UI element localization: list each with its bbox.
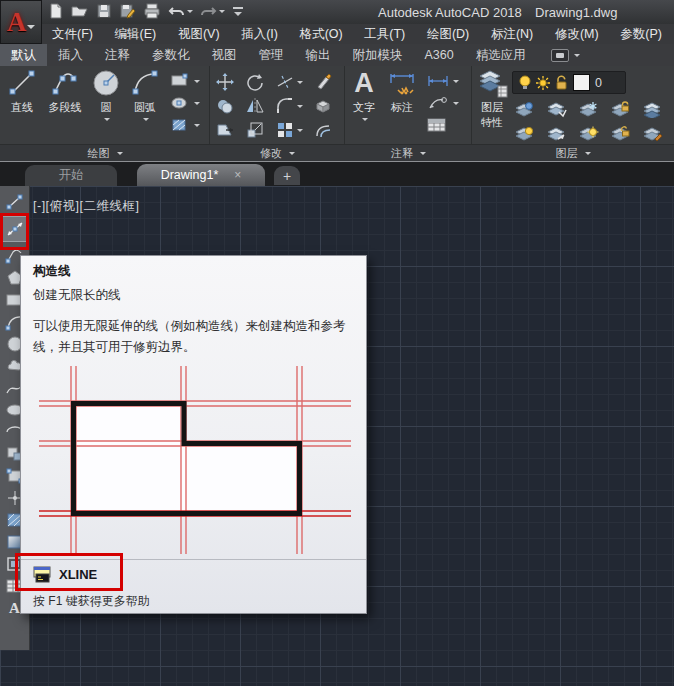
customize-qat-icon[interactable] xyxy=(232,4,244,18)
chevron-down-icon[interactable] xyxy=(297,105,303,111)
dimension-button[interactable]: 标注 xyxy=(383,68,421,115)
viewport-controls-label[interactable]: [-][俯视][二维线框] xyxy=(33,198,140,215)
layer-freeze-icon[interactable] xyxy=(578,100,600,118)
menu-file[interactable]: 文件(F) xyxy=(48,25,97,44)
application-menu-button[interactable]: A xyxy=(0,0,42,44)
ribbon-tab-parametric[interactable]: 参数化 xyxy=(141,44,201,66)
ribbon-tab-addins[interactable]: 附加模块 xyxy=(342,44,414,66)
rectangle-button[interactable] xyxy=(170,72,200,90)
chevron-down-icon[interactable] xyxy=(104,118,110,124)
array-button[interactable] xyxy=(276,118,314,142)
erase-button[interactable] xyxy=(314,70,340,94)
save-as-icon[interactable] xyxy=(119,3,136,19)
ribbon-tab-insert[interactable]: 插入 xyxy=(47,44,94,66)
menu-dimension[interactable]: 标注(N) xyxy=(487,25,537,44)
explode-button[interactable] xyxy=(314,94,340,118)
plot-printer-icon[interactable] xyxy=(143,3,161,19)
layer-lock-icon[interactable] xyxy=(610,100,632,118)
tooltip-subtitle: 创建无限长的线 xyxy=(33,287,121,304)
layer-unlock-icon[interactable] xyxy=(610,124,632,142)
close-tab-icon[interactable]: × xyxy=(234,168,241,182)
ribbon-tab-home[interactable]: 默认 xyxy=(0,44,47,66)
menu-insert[interactable]: 插入(I) xyxy=(237,25,282,44)
menu-modify[interactable]: 修改(M) xyxy=(551,25,603,44)
chevron-down-icon xyxy=(194,124,200,130)
tooltip-title: 构造线 xyxy=(33,263,71,280)
chevron-down-icon[interactable] xyxy=(297,129,303,135)
menu-format[interactable]: 格式(O) xyxy=(296,25,347,44)
new-drawing-tab-button[interactable]: + xyxy=(274,166,300,185)
layer-isolate-icon[interactable] xyxy=(546,100,568,118)
ellipse-button[interactable] xyxy=(170,94,200,112)
redo-icon[interactable] xyxy=(200,4,225,19)
polyline-button[interactable]: 多段线 xyxy=(42,68,88,115)
panel-title-draw[interactable]: 绘图 xyxy=(0,144,210,161)
linear-dimension-button[interactable] xyxy=(427,72,459,90)
copy-button[interactable] xyxy=(216,94,246,118)
toolbar-line-button[interactable] xyxy=(0,191,30,213)
save-icon[interactable] xyxy=(96,3,112,19)
text-button[interactable]: A 文字 xyxy=(347,68,381,124)
trim-button[interactable] xyxy=(276,70,314,94)
circle-button[interactable]: 圆 xyxy=(88,68,124,124)
move-button[interactable] xyxy=(216,70,246,94)
scale-button[interactable] xyxy=(246,118,276,142)
layer-properties-button[interactable]: 图层 特性 xyxy=(474,68,510,130)
chevron-down-icon[interactable] xyxy=(297,81,303,87)
open-folder-icon[interactable] xyxy=(71,3,89,19)
layer-tools-row-2 xyxy=(514,124,664,142)
chevron-down-icon[interactable] xyxy=(143,118,149,124)
layer-selector[interactable]: 0 xyxy=(512,71,626,94)
chevron-down-icon xyxy=(117,152,123,158)
chevron-down-icon[interactable] xyxy=(219,10,225,16)
undo-icon[interactable] xyxy=(168,4,193,19)
layer-thaw-icon[interactable] xyxy=(578,124,600,142)
layer-off-icon[interactable] xyxy=(514,100,536,118)
menu-edit[interactable]: 编辑(E) xyxy=(111,25,161,44)
ribbon-tab-manage[interactable]: 管理 xyxy=(248,44,295,66)
layer-unisolate-icon[interactable] xyxy=(546,124,568,142)
menu-view[interactable]: 视图(V) xyxy=(174,25,224,44)
new-file-icon[interactable] xyxy=(48,3,64,19)
menu-parametric[interactable]: 参数(P) xyxy=(616,25,666,44)
fillet-icon xyxy=(276,97,294,115)
layer-make-current-icon[interactable] xyxy=(642,100,664,118)
menu-draw[interactable]: 绘图(D) xyxy=(423,25,473,44)
layer-match-icon[interactable] xyxy=(642,124,664,142)
ribbon-tab-output[interactable]: 输出 xyxy=(295,44,342,66)
menu-tools[interactable]: 工具(T) xyxy=(360,25,409,44)
linear-dimension-icon xyxy=(427,74,449,88)
mirror-icon xyxy=(246,97,264,115)
file-tab-start[interactable]: 开始 xyxy=(25,165,117,186)
mirror-button[interactable] xyxy=(246,94,276,118)
line-icon xyxy=(7,68,37,98)
ribbon-tab-featured-apps[interactable]: 精选应用 xyxy=(465,44,537,66)
sun-icon xyxy=(536,76,550,90)
hatch-button[interactable] xyxy=(170,116,200,134)
layer-on-icon[interactable] xyxy=(514,124,536,142)
ribbon-tab-a360[interactable]: A360 xyxy=(414,44,465,66)
rotate-button[interactable] xyxy=(246,70,276,94)
ribbon-tab-annotate[interactable]: 注释 xyxy=(94,44,141,66)
stretch-button[interactable] xyxy=(216,118,246,142)
panel-title-modify[interactable]: 修改 xyxy=(210,144,345,161)
table-button[interactable] xyxy=(427,116,459,134)
panel-title-annotate[interactable]: 注释 xyxy=(345,144,472,161)
file-tab-drawing1[interactable]: Drawing1* × xyxy=(137,164,265,186)
ribbon-display-toggle[interactable] xyxy=(545,44,586,66)
tooltip-help-text: 按 F1 键获得更多帮助 xyxy=(33,593,150,610)
fillet-button[interactable] xyxy=(276,94,314,118)
multileader-button[interactable] xyxy=(427,94,459,112)
line-button[interactable]: 直线 xyxy=(2,68,42,115)
explode-icon xyxy=(314,97,332,115)
arc-button[interactable]: 圆弧 xyxy=(126,68,164,124)
ribbon-tab-view[interactable]: 视图 xyxy=(201,44,248,66)
ribbon-tab-bar: 默认 插入 注释 参数化 视图 管理 输出 附加模块 A360 精选应用 xyxy=(0,44,674,66)
chevron-down-icon[interactable] xyxy=(362,118,368,124)
chevron-down-icon[interactable] xyxy=(187,10,193,16)
panel-title-layers[interactable]: 图层 xyxy=(472,144,674,161)
quick-access-toolbar xyxy=(48,3,244,19)
offset-button[interactable] xyxy=(314,118,340,142)
stretch-icon xyxy=(216,121,234,139)
panel-modify: 修改 xyxy=(210,66,345,144)
